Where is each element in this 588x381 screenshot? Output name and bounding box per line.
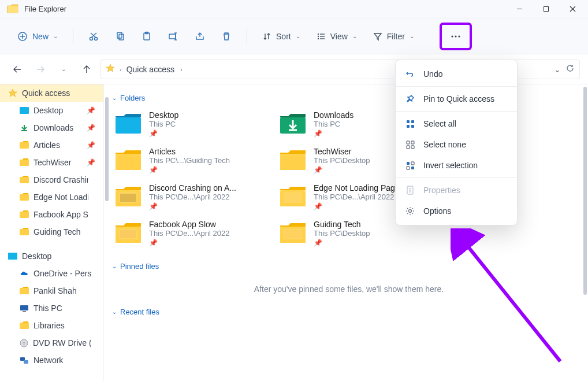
nav-desktop[interactable]: Desktop📌 xyxy=(0,102,103,119)
folder-path: This PC\De...\April 2022 xyxy=(149,193,236,201)
folder-item[interactable]: DesktopThis PC📌 xyxy=(110,106,274,142)
svg-rect-34 xyxy=(20,194,29,201)
folder-name: Edge Not Loading Pag... xyxy=(314,183,402,193)
command-bar: New ⌄ Sort⌄ View⌄ Filter⌄ xyxy=(0,19,588,54)
menu-select-all[interactable]: Select all xyxy=(396,113,517,134)
folder-name: Guiding Tech xyxy=(314,220,370,229)
svg-rect-68 xyxy=(407,141,410,144)
invert-icon xyxy=(405,160,415,171)
folder-path: This PC xyxy=(314,120,353,128)
close-button[interactable] xyxy=(559,0,586,19)
menu-options[interactable]: Options xyxy=(396,201,517,221)
recent-dropdown[interactable]: ⌄ xyxy=(54,60,73,79)
nav-network[interactable]: Network xyxy=(0,352,103,369)
svg-point-28 xyxy=(458,35,460,37)
cut-button[interactable] xyxy=(83,28,105,45)
maximize-button[interactable] xyxy=(533,0,559,19)
paste-button[interactable] xyxy=(136,28,158,45)
nav-techwiser[interactable]: TechWiser📌 xyxy=(0,154,103,171)
nav-articles[interactable]: Articles📌 xyxy=(0,136,103,154)
more-menu: Undo Pin to Quick access Select all Sele… xyxy=(395,60,518,225)
folder-icon xyxy=(279,147,307,172)
pin-icon: 📌 xyxy=(87,124,95,132)
folder-name: Downloads xyxy=(314,110,353,120)
menu-invert[interactable]: Invert selection xyxy=(396,155,517,176)
menu-properties: Properties xyxy=(396,180,517,201)
nav-libraries[interactable]: Libraries xyxy=(0,317,103,334)
rename-button[interactable] xyxy=(162,28,184,45)
svg-point-80 xyxy=(409,210,412,213)
nav-edge[interactable]: Edge Not Loading Pages xyxy=(0,188,103,206)
view-button[interactable]: View⌄ xyxy=(311,28,363,45)
nav-downloads[interactable]: Downloads📌 xyxy=(0,119,103,136)
pinned-empty-msg: After you've pinned some files, we'll sh… xyxy=(110,274,588,304)
folder-icon xyxy=(279,183,307,209)
folder-item[interactable]: Facbook App SlowThis PC\De...\April 2022… xyxy=(110,215,274,251)
filter-button[interactable]: Filter⌄ xyxy=(367,28,420,45)
more-button[interactable] xyxy=(444,27,467,46)
folder-item[interactable]: Discord Crashing on A...This PC\De...\Ap… xyxy=(110,179,274,215)
folder-path: This PC\...\Guiding Tech xyxy=(149,156,230,165)
svg-point-8 xyxy=(90,37,93,40)
menu-pin[interactable]: Pin to Quick access xyxy=(396,88,517,109)
section-pinned[interactable]: ⌄Pinned files xyxy=(110,258,588,274)
svg-rect-40 xyxy=(23,311,26,312)
svg-rect-13 xyxy=(119,34,124,40)
breadcrumb-root[interactable]: Quick access xyxy=(126,65,174,74)
new-label: New xyxy=(32,32,49,41)
pin-icon: 📌 xyxy=(149,165,230,174)
svg-rect-33 xyxy=(20,177,29,183)
folder-icon xyxy=(114,183,142,209)
nav-facebook[interactable]: Facbook App Slow xyxy=(0,206,103,223)
pin-icon: 📌 xyxy=(149,238,229,247)
folder-name: Discord Crashing on A... xyxy=(149,183,236,193)
svg-rect-38 xyxy=(20,288,29,294)
section-recent[interactable]: ⌄Recent files xyxy=(110,304,588,320)
star-icon xyxy=(106,64,115,75)
select-none-icon xyxy=(405,139,415,150)
nav-desktop-group[interactable]: Desktop xyxy=(0,247,103,265)
undo-icon xyxy=(405,69,415,79)
nav-user[interactable]: Pankil Shah xyxy=(0,282,103,299)
menu-undo[interactable]: Undo xyxy=(396,64,517,84)
nav-quick-access[interactable]: Quick access xyxy=(0,84,103,102)
new-button[interactable]: New ⌄ xyxy=(12,28,64,45)
folder-name: Facbook App Slow xyxy=(149,220,229,229)
folder-path: This PC\De...\April 2022 xyxy=(314,193,402,201)
pin-icon: 📌 xyxy=(87,141,95,149)
nav-discord[interactable]: Discord Crashing on April Fools xyxy=(0,171,103,188)
minimize-button[interactable] xyxy=(506,0,533,19)
svg-point-20 xyxy=(318,33,319,34)
folder-item[interactable]: ArticlesThis PC\...\Guiding Tech📌 xyxy=(110,142,274,179)
delete-button[interactable] xyxy=(215,28,237,45)
navigation-pane: Quick access Desktop📌 Downloads📌 Article… xyxy=(0,84,104,381)
svg-rect-67 xyxy=(411,125,414,128)
nav-guidingtech[interactable]: Guiding Tech xyxy=(0,223,103,241)
title-bar: File Explorer xyxy=(0,0,588,19)
svg-rect-35 xyxy=(20,212,29,218)
nav-thispc[interactable]: This PC xyxy=(0,299,103,317)
menu-select-none[interactable]: Select none xyxy=(396,134,517,155)
share-button[interactable] xyxy=(189,28,211,45)
address-dropdown[interactable]: ⌄ xyxy=(554,65,561,74)
back-button[interactable] xyxy=(8,60,27,79)
folder-icon xyxy=(114,147,142,172)
svg-rect-72 xyxy=(407,162,410,165)
refresh-button[interactable] xyxy=(565,64,575,75)
forward-button[interactable] xyxy=(31,60,50,79)
svg-rect-64 xyxy=(407,120,410,123)
svg-point-26 xyxy=(451,35,453,37)
pin-icon: 📌 xyxy=(314,238,370,247)
sort-button[interactable]: Sort⌄ xyxy=(256,28,306,45)
svg-rect-12 xyxy=(117,32,122,38)
svg-point-9 xyxy=(95,37,98,40)
nav-dvd[interactable]: DVD RW Drive (E:) xyxy=(0,334,103,352)
copy-button[interactable] xyxy=(109,28,131,45)
svg-rect-41 xyxy=(20,323,29,329)
folder-icon xyxy=(114,220,142,245)
folder-name: Desktop xyxy=(149,110,178,120)
nav-onedrive[interactable]: OneDrive - Personal xyxy=(0,265,103,282)
svg-rect-71 xyxy=(411,146,414,149)
content-scrollbar[interactable] xyxy=(583,87,587,295)
up-button[interactable] xyxy=(77,60,96,79)
